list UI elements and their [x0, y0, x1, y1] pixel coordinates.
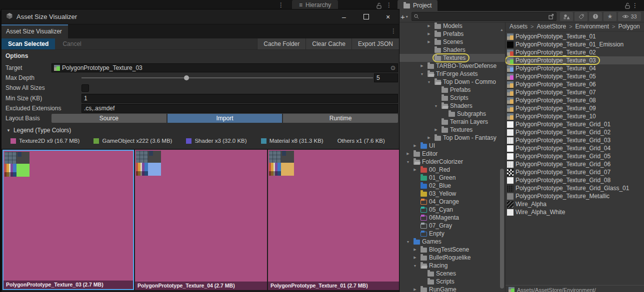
layout-basis-source[interactable]: Source [52, 114, 166, 123]
favorites-star-icon[interactable]: ★ [604, 12, 616, 21]
slider-handle[interactable] [184, 75, 189, 80]
foldout-closed-icon[interactable]: ▶ [426, 136, 432, 140]
tree-item[interactable]: Prefabs [398, 86, 505, 94]
cancel-button[interactable]: Cancel [55, 38, 88, 49]
tree-item[interactable]: ▶Models [398, 22, 505, 30]
minimize-button[interactable]: – [333, 9, 355, 24]
file-item[interactable]: PolygonPrototype_Texture_Grid_02 [506, 128, 644, 136]
project-menu-icon[interactable]: ⋮ [632, 2, 638, 9]
file-item[interactable]: PolygonPrototype_Texture_Metallic [506, 192, 644, 200]
file-item[interactable]: PolygonPrototype_Texture_02 [506, 48, 644, 56]
tree-item[interactable]: Scenes [398, 270, 505, 278]
tree-item[interactable]: Enpty [398, 230, 505, 238]
tree-item[interactable]: ▶TARBO-TowerDefense [398, 62, 505, 70]
foldout-closed-icon[interactable]: ▶ [432, 128, 440, 132]
tree-item[interactable]: ▶00_Red [398, 166, 505, 174]
tree-scrollbar[interactable]: ▲ [499, 22, 505, 292]
foldout-closed-icon[interactable]: ▶ [412, 168, 418, 172]
scan-selected-button[interactable]: Scan Selected [2, 38, 55, 49]
file-item[interactable]: PolygonPrototype_Texture_Grid_05 [506, 152, 644, 160]
maximize-button[interactable] [355, 9, 377, 24]
tree-item[interactable]: Scripts [398, 278, 505, 286]
foldout-open-icon[interactable]: ▼ [418, 72, 426, 76]
tree-item[interactable]: 06Magenta [398, 214, 505, 222]
foldout-closed-icon[interactable]: ▶ [412, 144, 418, 148]
breadcrumb-item[interactable]: Environment [576, 23, 609, 30]
tree-item[interactable]: 03_Yellow [398, 190, 505, 198]
tree-item[interactable]: 07_Gray [398, 222, 505, 230]
foldout-open-icon[interactable]: ▼ [404, 160, 412, 164]
file-item[interactable]: PolygonPrototype_Texture_Grid_06 [506, 160, 644, 168]
hierarchy-menu-icon[interactable]: ⋮ [386, 1, 392, 8]
tree-item[interactable]: ▶Prefabs [398, 30, 505, 38]
tree-item[interactable]: ▼Top Down - Commo [398, 78, 505, 86]
close-button[interactable]: × [377, 9, 399, 24]
foldout-closed-icon[interactable]: ▶ [412, 256, 418, 260]
search-field[interactable] [412, 12, 556, 21]
tree-item[interactable]: 02_Blue [398, 182, 505, 190]
file-item[interactable]: PolygonPrototype_Texture_Grid_01 [506, 120, 644, 128]
file-item[interactable]: PolygonPrototype_Texture_08 [506, 96, 644, 104]
file-item[interactable]: PolygonPrototype_Texture_01 [506, 32, 644, 40]
foldout-open-icon[interactable]: ▼ [426, 80, 432, 84]
file-item[interactable]: Wire_Alpha [506, 200, 644, 208]
treemap-block[interactable]: PolygonPrototype_Texture_01 (2.7 MB) [268, 150, 399, 290]
tab-hierarchy[interactable]: ≡ Hierarchy [292, 0, 338, 9]
search-input[interactable] [421, 12, 546, 20]
file-item[interactable]: Wire_Alpha_White [506, 208, 644, 216]
hierarchy-more-icon[interactable]: ⋮ [278, 1, 284, 8]
tree-item[interactable]: ▶UI [398, 142, 505, 150]
file-item[interactable]: PolygonPrototype_Texture_06 [506, 80, 644, 88]
treemap-block[interactable]: PolygonPrototype_Texture_03 (2.7 MB) [2, 150, 134, 290]
foldout-closed-icon[interactable]: ▶ [404, 152, 412, 156]
scroll-up-icon[interactable]: ▲ [500, 28, 504, 31]
tree-item[interactable]: Scripts [398, 94, 505, 102]
target-object-field[interactable]: PolygonPrototype_Texture_03 ⊙ [52, 63, 398, 72]
export-json-button[interactable]: Export JSON [352, 38, 399, 49]
object-picker-icon[interactable]: ⊙ [390, 64, 396, 71]
clear-cache-button[interactable]: Clear Cache [306, 38, 352, 49]
visibility-eye-icon[interactable]: 33 [618, 12, 641, 21]
tree-item[interactable]: ▶BulletRoguelike [398, 254, 505, 262]
file-item[interactable]: PolygonPrototype_Texture_Grid_Glass_01 [506, 184, 644, 192]
breadcrumb-item[interactable]: Assets [510, 23, 528, 30]
tree-item[interactable]: Terrain Layers [398, 118, 505, 126]
tree-item[interactable]: Shaders [398, 46, 505, 54]
file-item[interactable]: PolygonPrototype_Texture_10 [506, 112, 644, 120]
foldout-closed-icon[interactable]: ▶ [426, 32, 432, 36]
scrollbar-thumb[interactable] [500, 169, 504, 289]
foldout-closed-icon[interactable]: ▶ [426, 24, 432, 28]
cache-folder-button[interactable]: Cache Folder [257, 38, 306, 49]
file-item[interactable]: PolygonPrototype_Texture_01_Emission [506, 40, 644, 48]
tree-item[interactable]: ▼Shaders [398, 102, 505, 110]
foldout-closed-icon[interactable]: ▶ [426, 40, 432, 44]
max-depth-value-field[interactable]: 5 [374, 73, 398, 82]
window-more-icon[interactable]: ⋮ [390, 27, 396, 34]
file-item[interactable]: PolygonPrototype_Texture_05 [506, 72, 644, 80]
file-item[interactable]: PolygonPrototype_Texture_Grid_03 [506, 136, 644, 144]
treemap-block[interactable]: PolygonPrototype_Texture_04 (2.7 MB) [135, 150, 267, 290]
tree-item[interactable]: 04_Orange [398, 198, 505, 206]
foldout-closed-icon[interactable]: ▶ [412, 288, 418, 292]
breadcrumb-item[interactable]: Polygon [618, 23, 640, 30]
tree-item[interactable]: Subgraphs [398, 110, 505, 118]
tree-item[interactable]: ▶Editor [398, 150, 505, 158]
file-item[interactable]: PolygonPrototype_Texture_03 [506, 56, 644, 64]
tree-item[interactable]: 05_Cyan [398, 206, 505, 214]
breadcrumb-item[interactable]: AssetStore [536, 23, 566, 30]
file-item[interactable]: PolygonPrototype_Texture_Grid_04 [506, 144, 644, 152]
window-titlebar[interactable]: Asset Size Visualizer – × [2, 9, 399, 24]
file-item[interactable]: PolygonPrototype_Texture_09 [506, 104, 644, 112]
tree-item[interactable]: 01_Green [398, 174, 505, 182]
max-depth-slider[interactable] [82, 73, 373, 82]
tree-item[interactable]: Textures [398, 54, 505, 62]
file-item[interactable]: PolygonPrototype_Texture_04 [506, 64, 644, 72]
tree-item[interactable]: ▼Games [398, 238, 505, 246]
excluded-extensions-field[interactable]: .cs,.asmdef [82, 104, 398, 113]
file-item[interactable]: PolygonPrototype_Texture_Grid_07 [506, 168, 644, 176]
project-lock-icon[interactable] [625, 2, 630, 11]
foldout-open-icon[interactable]: ▼ [432, 104, 440, 108]
tree-item[interactable]: ▶Top Down - Fantasy [398, 134, 505, 142]
create-asset-button[interactable]: +▾ [400, 12, 408, 21]
alert-icon[interactable] [589, 12, 602, 21]
